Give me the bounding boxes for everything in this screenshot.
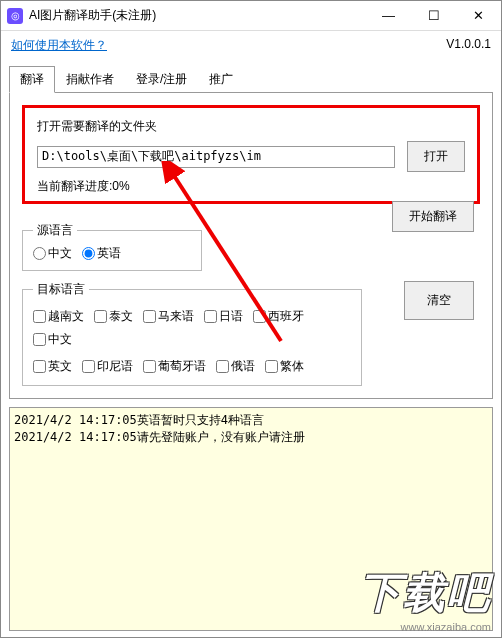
tab-bar: 翻译 捐献作者 登录/注册 推广 [9, 66, 501, 93]
main-panel: 打开需要翻译的文件夹 打开 当前翻译进度:0% 源语言 中文 英语 开始翻译 目… [9, 92, 493, 399]
watermark: 下载吧 www.xiazaiba.com [359, 565, 491, 633]
check-indonesian[interactable]: 印尼语 [82, 358, 133, 375]
check-english[interactable]: 英文 [33, 358, 72, 375]
minimize-button[interactable]: — [366, 1, 411, 31]
watermark-text: 下载吧 [359, 565, 491, 621]
log-line: 2021/4/2 14:17:05请先登陆账户，没有账户请注册 [14, 429, 488, 446]
app-icon: ◎ [7, 8, 23, 24]
check-russian[interactable]: 俄语 [216, 358, 255, 375]
check-japanese[interactable]: 日语 [204, 308, 243, 325]
check-malay[interactable]: 马来语 [143, 308, 194, 325]
check-portuguese[interactable]: 葡萄牙语 [143, 358, 206, 375]
close-button[interactable]: ✕ [456, 1, 501, 31]
target-language-legend: 目标语言 [33, 281, 89, 298]
check-spanish[interactable]: 西班牙 [253, 308, 304, 325]
check-thai[interactable]: 泰文 [94, 308, 133, 325]
radio-chinese[interactable]: 中文 [33, 245, 72, 262]
log-line: 2021/4/2 14:17:05英语暂时只支持4种语言 [14, 412, 488, 429]
check-traditional[interactable]: 繁体 [265, 358, 304, 375]
folder-label: 打开需要翻译的文件夹 [37, 118, 465, 135]
tab-translate[interactable]: 翻译 [9, 66, 55, 93]
tab-donate[interactable]: 捐献作者 [55, 66, 125, 93]
source-language-group: 源语言 中文 英语 [22, 222, 202, 271]
radio-english[interactable]: 英语 [82, 245, 121, 262]
progress-label: 当前翻译进度:0% [37, 178, 465, 195]
title-bar: ◎ AI图片翻译助手(未注册) — ☐ ✕ [1, 1, 501, 31]
help-link[interactable]: 如何使用本软件？ [11, 37, 107, 54]
folder-section: 打开需要翻译的文件夹 打开 当前翻译进度:0% [22, 105, 480, 204]
tab-login[interactable]: 登录/注册 [125, 66, 198, 93]
maximize-button[interactable]: ☐ [411, 1, 456, 31]
check-chinese[interactable]: 中文 [33, 331, 72, 348]
clear-button[interactable]: 清空 [404, 281, 474, 320]
tab-promo[interactable]: 推广 [198, 66, 244, 93]
window-title: AI图片翻译助手(未注册) [29, 7, 366, 24]
source-language-legend: 源语言 [33, 222, 77, 239]
check-vietnamese[interactable]: 越南文 [33, 308, 84, 325]
folder-path-input[interactable] [37, 146, 395, 168]
watermark-url: www.xiazaiba.com [359, 621, 491, 633]
open-folder-button[interactable]: 打开 [407, 141, 465, 172]
target-language-group: 目标语言 越南文 泰文 马来语 日语 西班牙 中文 英文 印尼语 葡萄牙语 俄语… [22, 281, 362, 386]
version-label: V1.0.0.1 [446, 37, 491, 51]
start-translate-button[interactable]: 开始翻译 [392, 201, 474, 232]
